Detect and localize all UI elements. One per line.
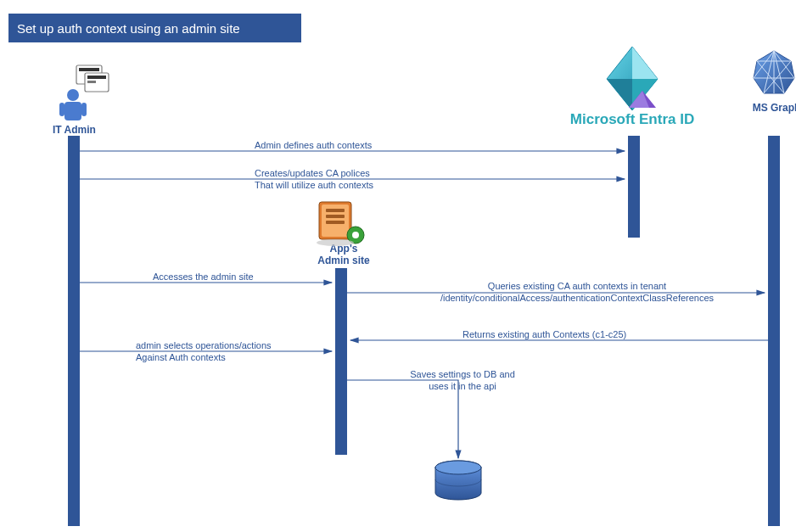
svg-rect-0 — [76, 65, 102, 84]
msg-returns-contexts: Returns existing auth Contexts (c1-c25) — [462, 329, 626, 341]
label-database: Database — [435, 481, 480, 493]
svg-rect-3 — [87, 76, 106, 79]
svg-point-25 — [435, 461, 481, 474]
msg-access-site-text: Accesses the admin site — [153, 272, 254, 282]
svg-rect-7 — [59, 103, 64, 116]
label-admin-site-text2: Admin site — [317, 255, 369, 266]
svg-marker-10 — [632, 47, 658, 79]
msg-save-db-l2: uses it in the api — [429, 381, 496, 391]
label-database-text: Database — [435, 481, 480, 493]
msg-select-ops-l2: Against Auth contexts — [136, 352, 226, 362]
msg-create-policies-l2: That will utilize auth contexts — [255, 180, 373, 190]
lifeline-it-admin — [68, 136, 80, 526]
label-admin-site: App's Admin site — [314, 243, 373, 266]
msg-returns-contexts-text: Returns existing auth Contexts (c1-c25) — [462, 329, 626, 339]
database-icon — [435, 461, 481, 500]
msg-query-contexts-l1: Queries existing CA auth contexts in ten… — [488, 281, 666, 291]
label-ms-graph: MS Graph — [751, 102, 796, 114]
msg-access-site: Accesses the admin site — [153, 272, 254, 283]
label-entra: Microsoft Entra ID — [560, 111, 704, 128]
msg-define-contexts-text: Admin defines auth contexts — [255, 140, 372, 150]
svg-point-22 — [352, 232, 359, 238]
svg-rect-19 — [326, 215, 345, 218]
admin-site-server-icon — [317, 202, 364, 246]
lifeline-admin-site — [335, 268, 347, 455]
svg-marker-15 — [754, 51, 794, 93]
label-entra-text: Microsoft Entra ID — [570, 111, 694, 127]
entra-gem-icon — [607, 47, 658, 110]
svg-marker-11 — [632, 79, 658, 110]
msg-select-ops: admin selects operations/actions Against… — [136, 340, 272, 364]
msg-query-contexts: Queries existing CA auth contexts in ten… — [386, 281, 768, 305]
label-it-admin: IT Admin — [53, 124, 96, 136]
svg-marker-12 — [607, 79, 632, 110]
svg-rect-20 — [326, 221, 345, 224]
svg-marker-13 — [629, 91, 656, 108]
svg-point-5 — [67, 89, 79, 101]
svg-rect-8 — [81, 103, 87, 116]
msg-save-db-l1: Saves settings to DB and — [410, 369, 515, 379]
lifeline-ms-graph — [768, 136, 780, 526]
lifeline-entra — [628, 136, 640, 238]
msg-define-contexts: Admin defines auth contexts — [255, 140, 372, 152]
label-it-admin-text: IT Admin — [53, 124, 96, 136]
diagram-title: Set up auth context using an admin site — [8, 14, 301, 42]
msg-select-ops-l1: admin selects operations/actions — [136, 340, 272, 350]
diagram-title-text: Set up auth context using an admin site — [17, 21, 240, 36]
svg-marker-14 — [629, 91, 649, 108]
svg-rect-16 — [319, 202, 351, 239]
svg-rect-17 — [322, 204, 349, 237]
svg-rect-6 — [64, 102, 81, 120]
msg-create-policies: Creates/updates CA polices That will uti… — [255, 168, 373, 192]
ms-graph-icon — [754, 51, 794, 93]
svg-rect-18 — [326, 209, 345, 212]
svg-point-21 — [347, 227, 364, 244]
it-admin-icon — [59, 65, 109, 120]
svg-point-24 — [435, 461, 481, 474]
msg-create-policies-l1: Creates/updates CA polices — [255, 168, 370, 178]
svg-rect-4 — [87, 81, 96, 83]
svg-marker-9 — [607, 47, 658, 110]
label-ms-graph-text: MS Graph — [753, 102, 796, 114]
svg-overlay — [0, 0, 796, 532]
label-admin-site-text1: App's — [330, 243, 358, 255]
svg-rect-2 — [85, 73, 109, 92]
msg-save-db: Saves settings to DB and uses it in the … — [403, 369, 522, 393]
msg-query-contexts-l2: /identity/conditionalAccess/authenticati… — [440, 293, 714, 303]
svg-rect-1 — [79, 68, 99, 71]
